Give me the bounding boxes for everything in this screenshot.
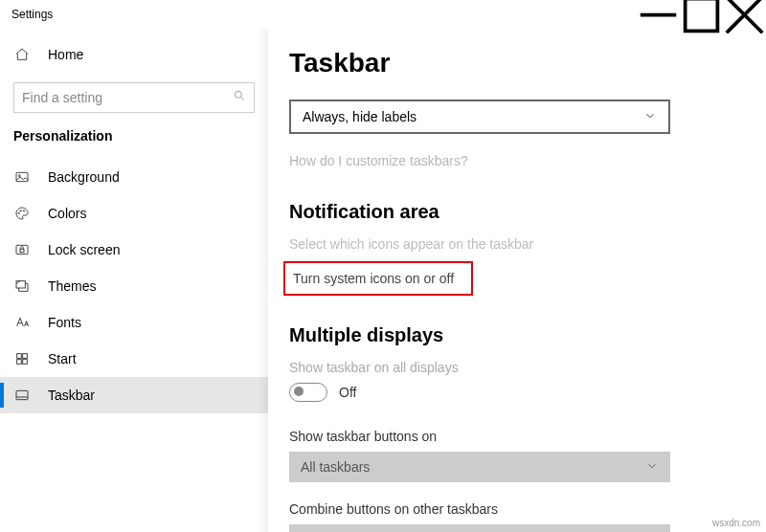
sidebar-item-label: Fonts [48, 315, 81, 330]
sidebar-item-fonts[interactable]: Fonts [0, 304, 268, 341]
lock-icon [13, 241, 31, 258]
svg-rect-13 [16, 281, 25, 288]
chevron-down-icon [643, 109, 657, 125]
notification-heading: Notification area [289, 201, 728, 223]
section-label: Personalization [0, 121, 268, 159]
watermark: wsxdn.com [712, 518, 760, 528]
minimize-button[interactable] [637, 0, 680, 29]
sidebar-item-background[interactable]: Background [0, 159, 268, 195]
svg-rect-15 [23, 354, 28, 359]
taskbar-icon [13, 387, 31, 404]
combine-other-dropdown[interactable]: Always, hide labels [289, 524, 670, 532]
maximize-button[interactable] [680, 0, 723, 29]
sidebar-item-themes[interactable]: Themes [0, 268, 268, 304]
svg-rect-12 [20, 249, 24, 252]
system-icons-link[interactable]: Turn system icons on or off [283, 261, 473, 296]
dropdown-value: Always, hide labels [303, 109, 417, 124]
multiple-displays-heading: Multiple displays [289, 324, 728, 346]
combine-other-label: Combine buttons on other taskbars [289, 501, 728, 517]
fonts-icon [13, 314, 31, 331]
palette-icon [13, 205, 31, 222]
show-buttons-dropdown[interactable]: All taskbars [289, 452, 670, 482]
show-taskbar-toggle[interactable] [289, 383, 327, 402]
svg-rect-18 [16, 390, 28, 399]
home-nav[interactable]: Home [0, 38, 268, 71]
svg-rect-14 [17, 354, 22, 359]
chevron-down-icon [645, 459, 659, 476]
svg-point-9 [20, 211, 21, 211]
search-input[interactable] [13, 82, 255, 113]
sidebar: Home Personalization Background Colors L… [0, 29, 268, 532]
sidebar-item-colors[interactable]: Colors [0, 195, 268, 232]
svg-line-5 [241, 98, 244, 100]
svg-point-8 [18, 212, 19, 213]
svg-point-7 [18, 175, 20, 177]
svg-point-10 [23, 211, 24, 211]
svg-point-4 [235, 91, 241, 98]
select-icons-link[interactable]: Select which icons appear on the taskbar [289, 236, 728, 252]
sidebar-item-label: Background [48, 169, 120, 185]
start-icon [13, 350, 31, 367]
page-title: Taskbar [289, 48, 728, 78]
toggle-state: Off [339, 385, 356, 400]
sidebar-item-lockscreen[interactable]: Lock screen [0, 232, 268, 268]
svg-rect-6 [16, 172, 28, 181]
combine-dropdown[interactable]: Always, hide labels [289, 100, 670, 134]
picture-icon [13, 168, 31, 186]
search-icon [233, 89, 246, 106]
sidebar-item-label: Themes [48, 278, 97, 294]
sidebar-item-taskbar[interactable]: Taskbar [0, 377, 268, 413]
sidebar-item-start[interactable]: Start [0, 341, 268, 377]
sidebar-item-label: Colors [48, 206, 86, 221]
window-buttons [637, 0, 766, 29]
show-buttons-label: Show taskbar buttons on [289, 429, 728, 444]
sidebar-item-label: Taskbar [48, 388, 95, 403]
svg-rect-16 [17, 360, 22, 365]
main-panel: Taskbar Always, hide labels How do I cus… [268, 29, 766, 532]
search-field[interactable] [22, 90, 233, 105]
window-title: Settings [11, 8, 637, 21]
sidebar-item-label: Lock screen [48, 242, 120, 257]
show-taskbar-label: Show taskbar on all displays [289, 360, 728, 375]
svg-rect-1 [686, 0, 718, 31]
home-label: Home [48, 47, 83, 62]
themes-icon [13, 277, 31, 295]
svg-rect-17 [23, 360, 28, 365]
sidebar-item-label: Start [48, 351, 77, 366]
dropdown-value: All taskbars [301, 459, 370, 475]
titlebar: Settings [0, 0, 766, 29]
home-icon [13, 46, 31, 63]
customize-link[interactable]: How do I customize taskbars? [289, 153, 728, 168]
close-button[interactable] [723, 0, 766, 29]
